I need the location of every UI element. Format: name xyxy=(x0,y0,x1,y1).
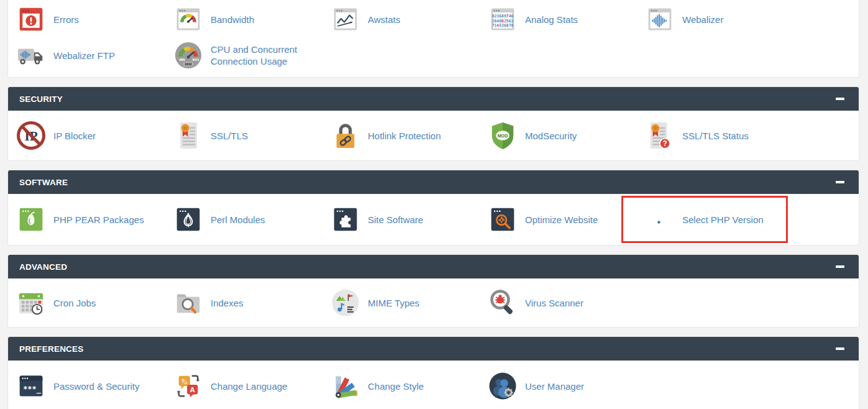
item-change-language[interactable]: ち A Change Language xyxy=(173,361,331,409)
item-site-software[interactable]: Site Software xyxy=(331,194,488,245)
minus-icon xyxy=(836,347,844,350)
section-header: ADVANCED xyxy=(8,255,859,278)
item-ssl-tls[interactable]: SSL/TLS xyxy=(173,111,331,160)
item-label: Password & Security xyxy=(53,380,139,392)
change-language-icon: ち A xyxy=(173,370,203,402)
item-label: PHP PEAR Packages xyxy=(53,214,144,226)
svg-text:***_: ***_ xyxy=(23,385,42,394)
item-label: Site Software xyxy=(368,214,423,226)
item-label: Analog Stats xyxy=(525,14,578,25)
item-label: Virus Scanner xyxy=(525,297,583,309)
item-select-php-version[interactable]: PHP Select PHP Version xyxy=(645,194,802,245)
item-optimize-website[interactable]: Optimize Website xyxy=(488,194,645,245)
item-label: Webalizer xyxy=(682,14,723,25)
section-body: Cron Jobs Indexes MIME Types Virus Scann… xyxy=(8,278,859,327)
section-body: ***_ Password & Security ち A Change Lang… xyxy=(8,361,859,409)
item-label: User Manager xyxy=(525,380,584,392)
item-label: IP Blocker xyxy=(53,130,96,142)
item-analog-stats[interactable]: 023689746 264802561 714536870 Analog Sta… xyxy=(488,1,645,37)
item-label: Indexes xyxy=(211,297,244,309)
section-security: SECURITY IP IP Blocker SSL/TLS Hotlink P… xyxy=(7,86,859,161)
item-ip-blocker[interactable]: IP IP Blocker xyxy=(16,111,173,160)
item-user-manager[interactable]: User Manager xyxy=(488,361,645,409)
item-label: ModSecurity xyxy=(525,130,577,142)
item-label: Change Style xyxy=(368,380,424,392)
collapse-section-button[interactable] xyxy=(833,95,847,103)
svg-text:A: A xyxy=(190,386,195,393)
item-label: Cron Jobs xyxy=(53,297,96,309)
minus-icon xyxy=(836,98,844,100)
section-title: PREFERENCES xyxy=(19,344,83,354)
item-hotlink-protection[interactable]: Hotlink Protection xyxy=(331,111,488,160)
item-label: Select PHP Version xyxy=(682,214,764,226)
password-security-icon: ***_ xyxy=(16,370,46,402)
awstats-icon xyxy=(331,3,360,35)
item-label: Optimize Website xyxy=(525,214,598,226)
ip-blocker-icon: IP xyxy=(16,119,46,152)
site-software-icon xyxy=(331,203,360,236)
item-label: Errors xyxy=(53,14,79,25)
collapse-section-button[interactable] xyxy=(833,263,847,270)
indexes-icon xyxy=(173,287,203,319)
collapse-section-button[interactable] xyxy=(833,345,847,352)
item-ssl-tls-status[interactable]: ? SSL/TLS Status xyxy=(645,111,802,160)
php-pear-icon xyxy=(16,203,46,236)
user-manager-icon xyxy=(488,370,518,402)
ssl-tls-icon xyxy=(173,119,203,152)
svg-text:PHP: PHP xyxy=(656,211,664,216)
bandwidth-icon xyxy=(173,3,203,35)
item-perl-modules[interactable]: Perl Modules xyxy=(173,194,331,245)
item-label: Bandwidth xyxy=(211,14,254,25)
change-style-icon xyxy=(331,370,360,402)
item-awstats[interactable]: Awstats xyxy=(331,1,488,37)
minus-icon xyxy=(836,181,844,183)
modsecurity-icon: MOD xyxy=(488,119,518,152)
svg-text:714536870: 714536870 xyxy=(492,23,514,28)
item-cpu-and-concurrent-connection-usage[interactable]: MIN MAX CPU and Concurrent Connection Us… xyxy=(173,37,331,73)
section-software: SOFTWARE PHP PEAR Packages Perl Modules … xyxy=(7,170,859,246)
item-modsecurity[interactable]: MOD ModSecurity xyxy=(488,111,645,160)
item-errors[interactable]: Errors xyxy=(16,1,173,37)
item-label: MIME Types xyxy=(368,297,419,309)
section-logs: Errors Bandwidth Awstats 023689746 26480… xyxy=(7,0,859,78)
item-php-pear-packages[interactable]: PHP PEAR Packages xyxy=(16,194,173,245)
svg-text:?: ? xyxy=(662,139,667,148)
item-label: Change Language xyxy=(211,380,287,392)
item-webalizer-ftp[interactable]: Webalizer FTP xyxy=(16,37,173,73)
item-label: Awstats xyxy=(368,14,400,25)
item-virus-scanner[interactable]: Virus Scanner xyxy=(488,278,645,327)
section-title: ADVANCED xyxy=(19,262,67,272)
cron-jobs-icon xyxy=(16,287,46,319)
svg-text:ち: ち xyxy=(181,377,188,385)
svg-text:MAX: MAX xyxy=(193,58,199,62)
item-bandwidth[interactable]: Bandwidth xyxy=(173,1,331,37)
ssl-tls-status-icon: ? xyxy=(645,119,675,152)
virus-scanner-icon xyxy=(488,287,518,319)
item-change-style[interactable]: Change Style xyxy=(331,361,488,409)
webalizer-ftp-icon xyxy=(16,39,46,71)
cpanel-home: Errors Bandwidth Awstats 023689746 26480… xyxy=(0,0,868,409)
section-header: SECURITY xyxy=(8,87,859,111)
section-title: SECURITY xyxy=(19,94,63,104)
svg-text:MOD: MOD xyxy=(498,134,508,139)
item-password-security[interactable]: ***_ Password & Security xyxy=(16,361,173,409)
item-indexes[interactable]: Indexes xyxy=(173,278,331,327)
optimize-website-icon xyxy=(488,203,518,236)
item-label: Hotlink Protection xyxy=(368,130,441,142)
item-label: CPU and Concurrent Connection Usage xyxy=(211,44,321,67)
section-advanced: ADVANCED Cron Jobs Indexes MIME Types xyxy=(7,254,859,328)
svg-text:MIN: MIN xyxy=(180,58,185,62)
collapse-section-button[interactable] xyxy=(833,178,847,186)
webalizer-icon xyxy=(645,3,675,35)
section-title: SOFTWARE xyxy=(19,178,68,187)
errors-icon xyxy=(16,3,46,35)
perl-modules-icon xyxy=(173,203,203,236)
item-cron-jobs[interactable]: Cron Jobs xyxy=(16,278,173,327)
item-webalizer[interactable]: Webalizer xyxy=(645,1,802,37)
item-mime-types[interactable]: MIME Types xyxy=(331,278,488,327)
section-header: SOFTWARE xyxy=(8,170,859,194)
cpu-usage-icon: MIN MAX xyxy=(173,39,203,71)
section-header: PREFERENCES xyxy=(8,337,859,361)
mime-types-icon xyxy=(331,287,360,319)
select-php-version-icon: PHP xyxy=(645,203,675,236)
